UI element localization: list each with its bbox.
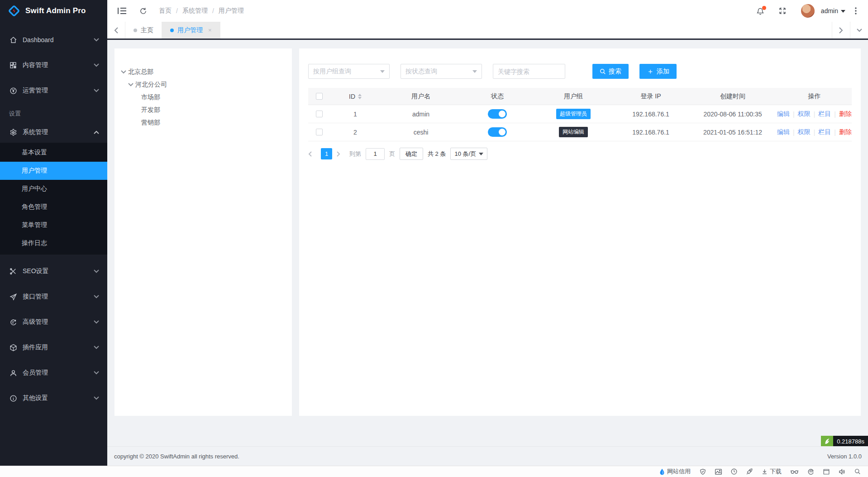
sidebar-subitem-role-mgmt[interactable]: 角色管理 (0, 198, 107, 216)
search-button[interactable]: 搜索 (592, 64, 629, 79)
sidebar-item-api-mgmt[interactable]: 接口管理 (0, 286, 107, 307)
avatar[interactable] (801, 4, 815, 18)
select-caret-icon (479, 153, 483, 155)
notifications-button[interactable] (750, 0, 770, 22)
tree-node-label[interactable]: 北京总部 (128, 68, 153, 76)
tabs-scroll-left-button[interactable] (107, 22, 125, 39)
goto-confirm-button[interactable]: 确定 (400, 148, 423, 160)
edit-link[interactable]: 编辑 (777, 110, 790, 118)
sidebar-item-operations-mgmt[interactable]: 运营管理 (0, 80, 107, 101)
sidebar-item-dashboard[interactable]: Dashboard (0, 29, 107, 50)
tab-home[interactable]: 主页 (125, 22, 162, 39)
breadcrumb-system-mgmt[interactable]: 系统管理 (182, 7, 208, 15)
col-login-ip: 登录 IP (613, 92, 688, 101)
refresh-icon[interactable] (133, 0, 153, 22)
sidebar-item-label: 内容管理 (23, 61, 48, 69)
prev-page-button[interactable] (308, 151, 316, 157)
sidebar-item-seo-settings[interactable]: SEO设置 (0, 261, 107, 282)
next-page-button[interactable] (337, 151, 345, 157)
user-menu[interactable]: admin (821, 7, 845, 15)
framework-logo-icon (821, 436, 833, 447)
mute-speaker-icon[interactable] (839, 469, 845, 475)
keyword-search-input[interactable] (493, 64, 565, 79)
fullscreen-icon[interactable] (772, 0, 793, 22)
sidebar-item-content-mgmt[interactable]: 内容管理 (0, 55, 107, 76)
tree-node-label[interactable]: 开发部 (141, 106, 160, 114)
page-search-icon[interactable] (854, 468, 861, 475)
tab-user-mgmt[interactable]: 用户管理 × (162, 22, 220, 39)
row-checkbox[interactable] (316, 129, 323, 135)
boost-rocket-icon[interactable] (746, 468, 753, 475)
user-table: ID 用户名 状态 用户组 登录 IP 创建时间 操作 1 admin 超级管理… (308, 88, 852, 141)
copyright-text: copyright © 2020 SwiftAdmin all rights r… (114, 453, 239, 460)
tab-label: 用户管理 (177, 26, 203, 34)
select-all-checkbox[interactable] (316, 93, 323, 100)
select-caret-icon (472, 70, 477, 73)
tree-node-leaf[interactable]: 开发部 (121, 104, 292, 116)
tree-node-label[interactable]: 市场部 (141, 93, 160, 101)
sidebar-subitem-menu-mgmt[interactable]: 菜单管理 (0, 216, 107, 234)
history-icon[interactable] (731, 468, 737, 475)
tree-node-root[interactable]: 北京总部 (121, 66, 292, 78)
status-filter-select[interactable]: 按状态查询 (401, 64, 482, 79)
breadcrumb-home[interactable]: 首页 (159, 7, 172, 15)
security-shield-icon[interactable] (700, 468, 706, 475)
sidebar-item-system-mgmt[interactable]: 系统管理 (0, 122, 107, 143)
sidebar-item-advanced-mgmt[interactable]: 高级管理 (0, 312, 107, 332)
breadcrumb-separator: / (176, 7, 178, 14)
reader-glasses-icon[interactable] (791, 469, 798, 474)
breadcrumb-user-mgmt[interactable]: 用户管理 (219, 7, 244, 15)
permission-link[interactable]: 权限 (798, 110, 811, 118)
tools-icon (9, 267, 17, 275)
sort-icon[interactable] (358, 94, 362, 99)
tree-node-leaf[interactable]: 营销部 (121, 116, 292, 129)
download-item[interactable]: 下载 (762, 467, 782, 476)
sidebar-item-plugins[interactable]: 插件应用 (0, 337, 107, 358)
tree-node-branch[interactable]: 河北分公司 (121, 78, 292, 91)
tabs-scroll-right-button[interactable] (832, 22, 850, 39)
tabs-menu-button[interactable] (850, 22, 868, 39)
delete-link[interactable]: 删除 (839, 110, 852, 118)
column-link[interactable]: 栏目 (818, 128, 831, 136)
snapshot-icon[interactable] (715, 469, 722, 475)
tree-node-label[interactable]: 河北分公司 (135, 81, 167, 89)
subitem-label: 用户管理 (22, 167, 47, 175)
status-toggle[interactable] (488, 127, 507, 137)
tab-close-icon[interactable]: × (208, 27, 212, 34)
user-icon (9, 369, 17, 377)
tree-node-leaf[interactable]: 市场部 (121, 91, 292, 104)
sidebar-subitem-user-mgmt[interactable]: 用户管理 (0, 162, 107, 180)
sidebar-subitem-basic-settings[interactable]: 基本设置 (0, 144, 107, 162)
sidebar-item-member-mgmt[interactable]: 会员管理 (0, 362, 107, 383)
permission-link[interactable]: 权限 (798, 128, 811, 136)
render-time-value: 0.218788s (833, 436, 868, 447)
tree-node-label[interactable]: 营销部 (141, 119, 160, 127)
tree-expand-icon[interactable] (121, 70, 126, 74)
sidebar-fold-icon[interactable] (112, 0, 133, 22)
sidebar-subitem-user-center[interactable]: 用户中心 (0, 180, 107, 198)
logo-row[interactable]: Swift Admin Pro (0, 0, 107, 22)
sidebar-subitem-op-logs[interactable]: 操作日志 (0, 234, 107, 252)
tabbar-spacer (220, 22, 832, 39)
add-button[interactable]: ＋ 添加 (639, 64, 677, 79)
group-filter-select[interactable]: 按用户组查询 (308, 64, 390, 79)
page-size-select[interactable]: 10 条/页 (450, 148, 487, 160)
row-checkbox[interactable] (316, 111, 323, 117)
sidebar-item-other-settings[interactable]: 其他设置 (0, 388, 107, 409)
ie-compat-icon[interactable] (807, 468, 814, 475)
window-mode-icon[interactable] (823, 469, 830, 475)
page-number-button[interactable]: 1 (321, 148, 332, 159)
status-toggle[interactable] (488, 109, 507, 119)
column-link[interactable]: 栏目 (818, 110, 831, 118)
delete-link[interactable]: 删除 (839, 128, 852, 136)
more-menu-icon[interactable] (847, 0, 864, 22)
site-credit-item[interactable]: 网站信用 (659, 467, 691, 476)
edit-link[interactable]: 编辑 (777, 128, 790, 136)
cell-created: 2021-01-05 16:51:12 (688, 129, 777, 136)
chevron-down-icon (94, 89, 99, 92)
sidebar-item-label: 会员管理 (23, 369, 48, 377)
sidebar-item-label: Dashboard (23, 36, 54, 43)
tree-expand-icon[interactable] (128, 83, 134, 87)
goto-page-input[interactable] (366, 148, 385, 160)
select-caret-icon (380, 70, 385, 73)
